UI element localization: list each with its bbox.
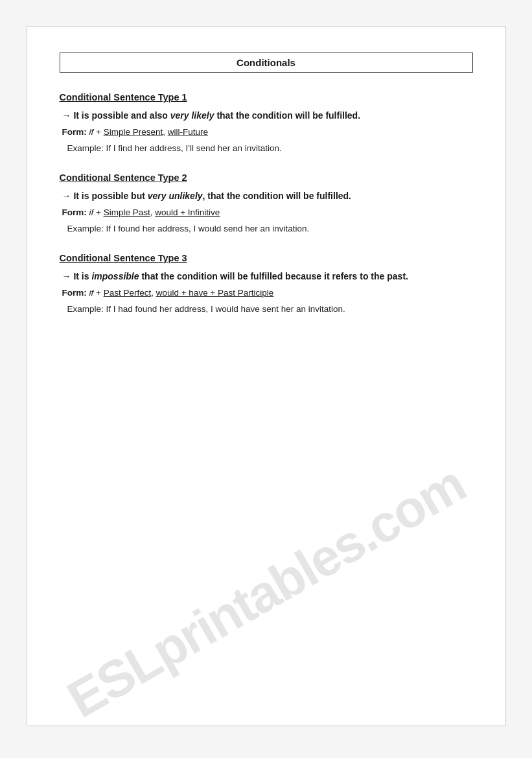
- document: Conditionals Conditional Sentence Type 1…: [27, 26, 506, 726]
- section-type1-example: Example: If I find her address, I'll sen…: [60, 143, 473, 153]
- form-label2: Form:: [62, 207, 89, 217]
- section-type3-title: Conditional Sentence Type 3: [60, 253, 473, 263]
- section-type1: Conditional Sentence Type 1 → It is poss…: [60, 92, 473, 153]
- page: Conditionals Conditional Sentence Type 1…: [0, 0, 532, 758]
- form-plus2: +: [93, 207, 103, 217]
- desc-italic: very likely: [170, 110, 214, 121]
- section-type3-form: Form: if + Past Perfect, would + have + …: [60, 288, 473, 298]
- section-type1-title: Conditional Sentence Type 1: [60, 92, 473, 102]
- form-label: Form:: [62, 127, 89, 137]
- section-type1-form: Form: if + Simple Present, will-Future: [60, 127, 473, 137]
- form-would-have-pp: would + have + Past Participle: [156, 288, 274, 298]
- document-title: Conditionals: [60, 53, 473, 73]
- desc-italic2: very unlikely: [148, 191, 203, 201]
- form-label3: Form:: [62, 288, 89, 298]
- form-would-infinitive: would + Infinitive: [155, 207, 220, 217]
- desc-prefix: → It is possible and also: [62, 110, 170, 121]
- desc-prefix3: → It is: [62, 271, 92, 281]
- watermark: ESLprintables.com: [57, 455, 474, 730]
- section-type2-example: Example: If I found her address, I would…: [60, 224, 473, 233]
- section-type2: Conditional Sentence Type 2 → It is poss…: [60, 172, 473, 233]
- section-type2-form: Form: if + Simple Past, would + Infiniti…: [60, 207, 473, 217]
- form-plus3: +: [93, 288, 103, 298]
- form-past-perfect: Past Perfect: [104, 288, 152, 298]
- form-comma: ,: [163, 127, 168, 137]
- desc-italic3: impossible: [91, 271, 139, 281]
- desc-prefix2: → It is possible but: [62, 191, 148, 201]
- form-simple-present: Simple Present: [104, 127, 163, 137]
- form-plus1: +: [93, 127, 103, 137]
- form-will-future: will-Future: [168, 127, 208, 137]
- form-simple-past: Simple Past: [104, 207, 150, 217]
- section-type1-description: → It is possible and also very likely th…: [60, 110, 473, 121]
- desc-suffix: that the condition will be fulfilled.: [214, 110, 361, 121]
- form-comma3: ,: [151, 288, 156, 298]
- section-type2-title: Conditional Sentence Type 2: [60, 172, 473, 183]
- section-type3-description: → It is impossible that the condition wi…: [60, 271, 473, 281]
- section-type3-example: Example: If I had found her address, I w…: [60, 304, 473, 314]
- section-type3: Conditional Sentence Type 3 → It is impo…: [60, 253, 473, 314]
- section-type2-description: → It is possible but very unlikely, that…: [60, 191, 473, 201]
- desc-suffix2: , that the condition will be fulfilled.: [203, 191, 351, 201]
- desc-suffix3: that the condition will be fulfilled bec…: [139, 271, 408, 281]
